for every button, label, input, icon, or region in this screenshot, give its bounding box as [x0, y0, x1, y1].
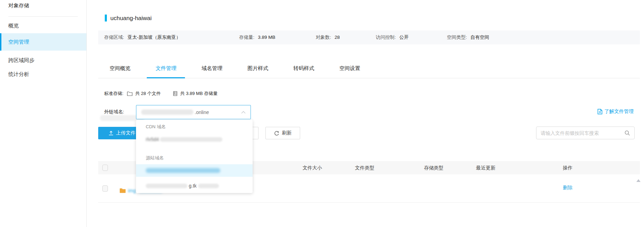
- tab-transcode-style[interactable]: 转码样式: [285, 59, 323, 78]
- scrollbar-up-arrow[interactable]: [636, 179, 641, 182]
- redacted-domain-value: [141, 110, 193, 115]
- select-all-checkbox[interactable]: [102, 165, 108, 171]
- redacted-text: [160, 137, 222, 142]
- info-space-type: 空间类型:自有空间: [447, 30, 489, 44]
- sidebar-item-space-management[interactable]: 空间管理: [0, 33, 86, 51]
- header-file-type: 文件类型: [355, 161, 374, 174]
- sidebar-divider: [8, 16, 78, 17]
- file-search-box: [536, 126, 635, 139]
- dropdown-option-cdn-domain[interactable]: rlv5d4: [136, 133, 253, 146]
- refresh-button[interactable]: 刷新: [265, 127, 300, 139]
- search-icon[interactable]: [625, 130, 630, 136]
- redacted-text: [198, 184, 219, 188]
- sidebar-item-statistics[interactable]: 统计分析: [0, 67, 86, 81]
- folder-outline-icon: [127, 91, 133, 96]
- domain-selector-label: 外链域名:: [104, 109, 124, 115]
- sidebar-item-overview[interactable]: 概览: [0, 19, 86, 33]
- sidebar-item-cross-region-sync[interactable]: 跨区域同步: [0, 53, 86, 67]
- bucket-tabs: 空间概览 文件管理 域名管理 图片样式 转码样式 空间设置: [98, 59, 640, 78]
- tab-space-overview[interactable]: 空间概览: [101, 59, 139, 78]
- file-count-segment: 共 28 个文件: [124, 90, 161, 97]
- storage-server-icon: [173, 91, 177, 96]
- dropdown-group-origin: 源站域名: [146, 155, 164, 161]
- storage-summary-label: 标准存储:: [104, 90, 124, 97]
- file-name-fragment: img: [128, 188, 136, 193]
- dropdown-option-origin-domain-2[interactable]: g.tk: [136, 180, 253, 192]
- redacted-text: [146, 184, 187, 188]
- search-input[interactable]: [541, 130, 625, 136]
- learn-file-management-link[interactable]: 了解文件管理: [598, 108, 634, 115]
- tab-image-style[interactable]: 图片样式: [239, 59, 277, 78]
- header-actions: 操作: [563, 161, 573, 174]
- header-storage-type: 存储类型: [424, 161, 443, 174]
- dropdown-option-origin-domain-selected[interactable]: [136, 164, 253, 177]
- upload-icon: [109, 131, 113, 136]
- bucket-info-bar: 存储区域:亚太-新加坡（原东南亚） 存储量:3.89 MB 对象数:28 访问控…: [98, 30, 640, 44]
- document-icon: [598, 109, 602, 114]
- row-checkbox[interactable]: [102, 185, 108, 192]
- total-size-segment: 共 3.89 MB 存储量: [170, 90, 218, 97]
- refresh-icon: [274, 131, 279, 136]
- storage-summary: 标准存储: 共 28 个文件 共 3.89 MB 存储量: [104, 90, 227, 97]
- domain-select[interactable]: .online: [136, 105, 251, 119]
- folder-icon: [120, 188, 126, 193]
- header-last-updated: 最近更新: [476, 161, 495, 174]
- dropdown-group-cdn: CDN 域名: [146, 124, 166, 130]
- tab-domain-management[interactable]: 域名管理: [193, 59, 231, 78]
- info-object-count: 对象数:28: [316, 30, 340, 44]
- delete-link[interactable]: 删除: [563, 185, 573, 191]
- chevron-up-icon: [241, 111, 246, 114]
- domain-value-suffix: .online: [195, 110, 209, 115]
- domain-dropdown-panel: CDN 域名 rlv5d4 源站域名 g.tk: [136, 120, 253, 193]
- tab-file-management[interactable]: 文件管理: [147, 59, 185, 78]
- info-access-control: 访问控制:公开: [376, 30, 409, 44]
- header-file-size: 文件大小: [303, 161, 322, 174]
- title-accent-bar: [105, 15, 107, 21]
- page-title: uchuang-haiwai: [110, 15, 152, 22]
- info-storage-size: 存储量:3.89 MB: [239, 30, 276, 44]
- info-storage-region: 存储区域:亚太-新加坡（原东南亚）: [104, 30, 181, 44]
- tab-space-settings[interactable]: 空间设置: [331, 59, 369, 78]
- sidebar: 对象存储 概览 空间管理 跨区域同步 统计分析: [0, 0, 87, 227]
- redacted-text: [146, 168, 220, 173]
- sidebar-title: 对象存储: [8, 2, 29, 9]
